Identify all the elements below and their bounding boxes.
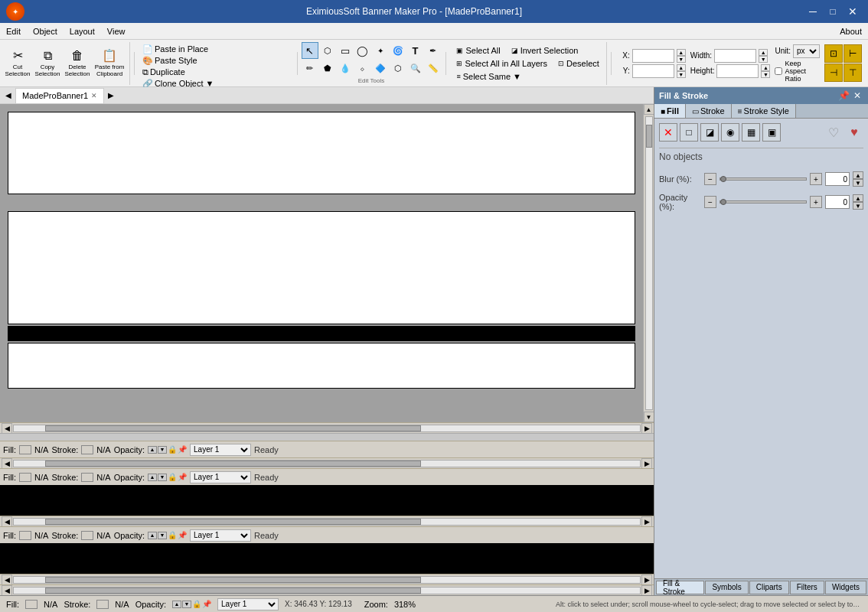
select-tool-button[interactable]: ↖ <box>302 42 318 59</box>
hscrollbar-5[interactable]: ◀ ▶ <box>0 584 654 595</box>
blur-value-input[interactable] <box>825 172 850 186</box>
bottom-cliparts-tab[interactable]: Cliparts <box>749 581 789 594</box>
hscroll-thumb-1[interactable] <box>45 425 421 431</box>
maximize-button[interactable]: □ <box>824 3 842 20</box>
hscroll-thumb-4[interactable] <box>45 577 421 583</box>
y-down-spinner[interactable]: ▼ <box>677 71 686 78</box>
opacity-value-input[interactable] <box>825 195 850 209</box>
opacity-up-spinner[interactable]: ▲ <box>853 194 863 202</box>
layer-mini-select[interactable]: Layer 1 <box>217 598 279 610</box>
hscrollbar-1[interactable]: ◀ ▶ <box>0 422 654 433</box>
fill-radial-button[interactable]: ◉ <box>721 123 739 142</box>
hscroll-track-1[interactable] <box>13 425 641 432</box>
clone-tool-button[interactable]: ⬡ <box>390 60 406 76</box>
hscroll-thumb-5[interactable] <box>45 588 421 594</box>
bottom-widgets-tab[interactable]: Widgets <box>825 581 866 594</box>
hscroll-right-arrow-3[interactable]: ▶ <box>641 516 652 527</box>
hscroll-track-5[interactable] <box>13 587 641 594</box>
x-up-spinner[interactable]: ▲ <box>677 49 686 56</box>
layer-select-1[interactable]: Layer 1 <box>190 444 251 456</box>
x-down-spinner[interactable]: ▼ <box>677 56 686 63</box>
paste-in-place-button[interactable]: 📄 Paste in Place <box>139 44 293 55</box>
hscroll-right-arrow-4[interactable]: ▶ <box>641 575 652 585</box>
canvas-tab[interactable]: MadeProBanner1 ✕ <box>15 88 104 103</box>
hscroll-track-3[interactable] <box>13 518 641 526</box>
hscroll-left-arrow-4[interactable]: ◀ <box>2 575 12 585</box>
fill-flat-button[interactable]: □ <box>680 123 698 142</box>
cut-button[interactable]: ✂ CutSelection <box>3 44 32 83</box>
fill-tab[interactable]: ■ Fill <box>654 104 686 118</box>
star-tool-button[interactable]: ✦ <box>372 42 389 59</box>
pencil-tool-button[interactable]: ✏ <box>302 60 318 76</box>
rect-tool-button[interactable]: ▭ <box>337 42 354 59</box>
bottom-filters-tab[interactable]: Filters <box>790 581 824 594</box>
height-down-spinner[interactable]: ▼ <box>761 71 770 78</box>
width-input[interactable] <box>714 49 756 63</box>
hscroll-left-arrow-1[interactable]: ◀ <box>2 423 12 434</box>
delete-button[interactable]: 🗑 DeleteSelection <box>63 44 92 83</box>
align-right-top-button[interactable]: ⊢ <box>844 44 862 63</box>
copy-button[interactable]: ⧉ CopySelection <box>33 44 62 83</box>
calligraphy-tool-button[interactable]: ✒ <box>425 42 442 59</box>
paste-from-clipboard-button[interactable]: 📋 Paste fromClipboard <box>93 44 126 83</box>
minimize-button[interactable]: ─ <box>804 3 822 20</box>
layer-select-3[interactable]: Layer 1 <box>190 529 251 542</box>
y-up-spinner[interactable]: ▲ <box>677 64 686 71</box>
hscroll-thumb-3[interactable] <box>45 519 421 525</box>
opacity-decrease-button[interactable]: − <box>704 196 716 208</box>
eraser-tool-button[interactable]: ⬦ <box>354 60 371 76</box>
vertical-scrollbar[interactable]: ▲ ▼ <box>643 104 654 422</box>
canvas-next-nav[interactable]: ▶ <box>106 91 116 99</box>
blur-increase-button[interactable]: + <box>810 173 822 185</box>
fill-linear-button[interactable]: ◪ <box>700 123 719 142</box>
vscroll-thumb[interactable] <box>646 125 652 148</box>
stroke-style-tab[interactable]: ≡ Stroke Style <box>732 104 796 118</box>
width-down-spinner[interactable]: ▼ <box>759 56 768 63</box>
align-left-top-button[interactable]: ⊡ <box>824 44 843 63</box>
blur-slider[interactable] <box>720 177 807 181</box>
spiral-tool-button[interactable]: 🌀 <box>390 42 406 59</box>
select-all-layers-button[interactable]: ⊞ Select All in All Layers <box>452 57 551 70</box>
opacity-up-btn-3[interactable]: ▲ <box>148 532 157 539</box>
menu-view[interactable]: View <box>101 23 132 39</box>
hscroll-track-2[interactable] <box>13 460 641 467</box>
opacity-down-btn-1[interactable]: ▼ <box>158 446 167 454</box>
paint-bucket-tool-button[interactable]: ⬟ <box>319 60 336 76</box>
opacity-down-spinner[interactable]: ▼ <box>853 202 863 210</box>
fill-special-heart-outline[interactable]: ♡ <box>824 123 843 142</box>
menu-about[interactable]: About <box>834 23 868 39</box>
vscroll-track[interactable] <box>645 116 653 410</box>
menu-layout[interactable]: Layout <box>64 23 101 39</box>
canvas-viewport[interactable]: ▲ ▼ <box>0 104 654 422</box>
opacity-down-btn-3[interactable]: ▼ <box>158 532 167 539</box>
fill-pattern-button[interactable]: ▦ <box>742 123 760 142</box>
panel-pin-button[interactable]: 📌 <box>837 90 850 102</box>
hscroll-right-arrow-2[interactable]: ▶ <box>641 458 652 469</box>
align-right-bottom-button[interactable]: ⊤ <box>844 63 862 82</box>
hscroll-track-4[interactable] <box>13 576 641 584</box>
vscroll-up-arrow[interactable]: ▲ <box>644 104 654 115</box>
unit-select[interactable]: px mm cm in pt <box>793 44 820 58</box>
x-input[interactable] <box>632 49 674 63</box>
hscroll-right-arrow-5[interactable]: ▶ <box>641 585 652 596</box>
blur-up-spinner[interactable]: ▲ <box>853 171 863 179</box>
hscroll-left-arrow-2[interactable]: ◀ <box>2 458 12 469</box>
menu-object[interactable]: Object <box>27 23 64 39</box>
canvas-prev-nav[interactable]: ◀ <box>3 91 14 99</box>
select-all-button[interactable]: ▣ Select All <box>452 44 504 57</box>
opacity-slider-thumb[interactable] <box>720 199 726 205</box>
hscrollbar-4[interactable]: ◀ ▶ <box>0 574 654 584</box>
height-input[interactable] <box>716 64 759 78</box>
opacity-increase-button[interactable]: + <box>810 196 822 208</box>
fill-special-heart-filled[interactable]: ♥ <box>845 123 863 142</box>
hscroll-left-arrow-5[interactable]: ◀ <box>2 585 12 596</box>
vscroll-down-arrow[interactable]: ▼ <box>644 412 654 422</box>
paste-style-button[interactable]: 🎨 Paste Style <box>139 55 293 67</box>
opacity-mini-up[interactable]: ▲ <box>172 601 181 608</box>
keep-aspect-checkbox[interactable] <box>775 67 782 75</box>
bottom-symbols-tab[interactable]: Symbols <box>705 581 748 594</box>
close-button[interactable]: ✕ <box>844 3 862 20</box>
height-up-spinner[interactable]: ▲ <box>761 64 770 71</box>
blur-decrease-button[interactable]: − <box>704 173 716 185</box>
bottom-fill-stroke-tab[interactable]: Fill & Stroke <box>656 581 704 594</box>
